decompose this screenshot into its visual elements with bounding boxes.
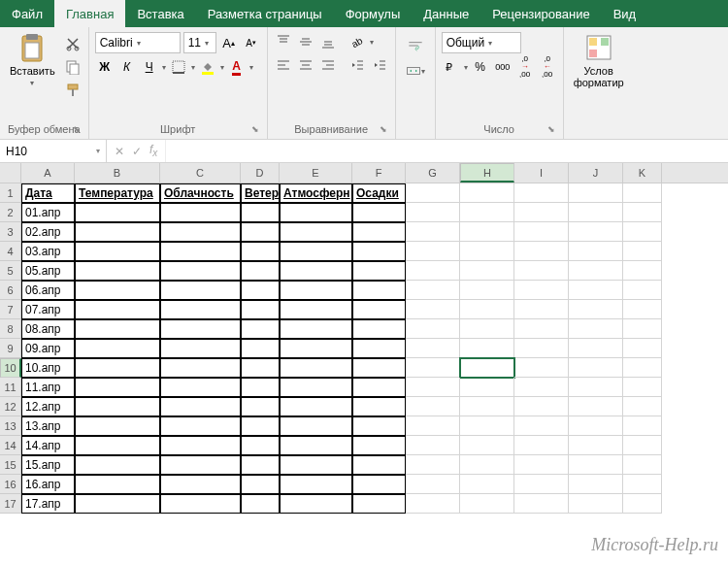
cell[interactable] — [623, 222, 662, 242]
launcher-icon[interactable]: ⬊ — [546, 124, 557, 136]
cell[interactable]: 11.апр — [21, 378, 75, 397]
cell[interactable] — [160, 455, 241, 475]
select-all-corner[interactable] — [0, 163, 21, 183]
cell[interactable] — [280, 358, 352, 378]
decrease-font-icon[interactable]: A▾ — [242, 33, 261, 52]
cell[interactable] — [280, 261, 352, 281]
cell[interactable] — [460, 281, 514, 300]
paste-button[interactable]: Вставить ▾ — [6, 30, 59, 89]
cell[interactable] — [241, 261, 280, 281]
cell[interactable] — [241, 319, 280, 339]
cell[interactable] — [352, 494, 406, 514]
cell[interactable] — [406, 242, 460, 261]
cell[interactable] — [623, 397, 662, 416]
cell[interactable] — [460, 261, 514, 281]
cell[interactable] — [241, 378, 280, 397]
increase-font-icon[interactable]: A▴ — [219, 33, 239, 52]
increase-decimal-icon[interactable]: ,0→,00 — [515, 57, 535, 77]
tab-page-layout[interactable]: Разметка страницы — [196, 0, 334, 27]
row-header[interactable]: 8 — [0, 319, 21, 339]
cell[interactable] — [75, 242, 160, 261]
cell[interactable] — [460, 222, 514, 242]
col-header[interactable]: G — [406, 163, 460, 183]
cell[interactable] — [514, 416, 569, 436]
cell[interactable] — [75, 397, 160, 416]
conditional-formatting-button[interactable]: Условформатир — [570, 30, 628, 90]
cell[interactable] — [460, 494, 514, 514]
enter-icon[interactable]: ✓ — [132, 145, 142, 158]
cell[interactable] — [460, 378, 514, 397]
cell[interactable] — [623, 281, 662, 300]
cell[interactable] — [160, 242, 241, 261]
cell[interactable] — [623, 261, 662, 281]
cell[interactable] — [75, 261, 160, 281]
cell[interactable] — [406, 339, 460, 358]
cell[interactable] — [406, 222, 460, 242]
comma-style-icon[interactable]: 000 — [493, 57, 513, 77]
cell[interactable] — [460, 397, 514, 416]
col-header[interactable]: D — [241, 163, 280, 183]
cell[interactable] — [406, 358, 460, 378]
cell[interactable] — [569, 339, 623, 358]
cell[interactable] — [406, 436, 460, 455]
col-header[interactable]: C — [160, 163, 241, 183]
merge-cells-icon[interactable]: ▾ — [402, 61, 429, 81]
cell[interactable] — [460, 436, 514, 455]
cell[interactable] — [280, 300, 352, 319]
cell[interactable]: 09.апр — [21, 339, 75, 358]
launcher-icon[interactable]: ⬊ — [71, 124, 83, 136]
cell[interactable] — [514, 339, 569, 358]
cell[interactable] — [352, 455, 406, 475]
cell[interactable] — [623, 455, 662, 475]
cell[interactable] — [352, 378, 406, 397]
align-bottom-icon[interactable] — [318, 32, 338, 51]
row-header[interactable]: 17 — [0, 494, 21, 514]
cell[interactable] — [352, 416, 406, 436]
borders-icon[interactable] — [169, 57, 188, 77]
cell[interactable] — [280, 203, 352, 222]
cell[interactable] — [75, 358, 160, 378]
cell[interactable] — [623, 358, 662, 378]
cell[interactable] — [160, 319, 241, 339]
cell[interactable] — [75, 378, 160, 397]
cell[interactable] — [241, 475, 280, 494]
cell[interactable] — [460, 242, 514, 261]
tab-home[interactable]: Главная — [54, 0, 125, 27]
cell[interactable] — [514, 183, 569, 203]
cell[interactable] — [75, 339, 160, 358]
cell[interactable] — [75, 455, 160, 475]
col-header[interactable]: H — [460, 163, 514, 183]
col-header[interactable]: J — [569, 163, 623, 183]
cell[interactable] — [241, 494, 280, 514]
cell[interactable] — [241, 455, 280, 475]
cell[interactable] — [241, 397, 280, 416]
row-header[interactable]: 1 — [0, 183, 21, 203]
align-middle-icon[interactable] — [296, 32, 315, 51]
font-size-select[interactable]: 11▾ — [183, 32, 216, 53]
cell[interactable] — [241, 436, 280, 455]
cell[interactable] — [352, 475, 406, 494]
wrap-text-icon[interactable] — [402, 36, 429, 55]
cell[interactable] — [623, 319, 662, 339]
col-header[interactable]: B — [75, 163, 160, 183]
cell[interactable] — [160, 222, 241, 242]
cell[interactable] — [352, 281, 406, 300]
cell[interactable] — [623, 475, 662, 494]
cell[interactable] — [75, 222, 160, 242]
col-header[interactable]: K — [623, 163, 662, 183]
font-name-select[interactable]: Calibri▾ — [95, 32, 181, 53]
cell[interactable]: 06.апр — [21, 281, 75, 300]
cell[interactable] — [160, 358, 241, 378]
row-header[interactable]: 11 — [0, 378, 21, 397]
align-center-icon[interactable] — [296, 55, 315, 75]
cell[interactable] — [460, 416, 514, 436]
cell[interactable] — [514, 300, 569, 319]
cell[interactable] — [514, 378, 569, 397]
cell[interactable] — [160, 397, 241, 416]
cell[interactable] — [569, 436, 623, 455]
cell[interactable]: Ветер — [241, 183, 280, 203]
cell[interactable] — [569, 300, 623, 319]
cell[interactable] — [406, 281, 460, 300]
launcher-icon[interactable]: ⬊ — [249, 124, 261, 136]
cell[interactable]: 14.апр — [21, 436, 75, 455]
